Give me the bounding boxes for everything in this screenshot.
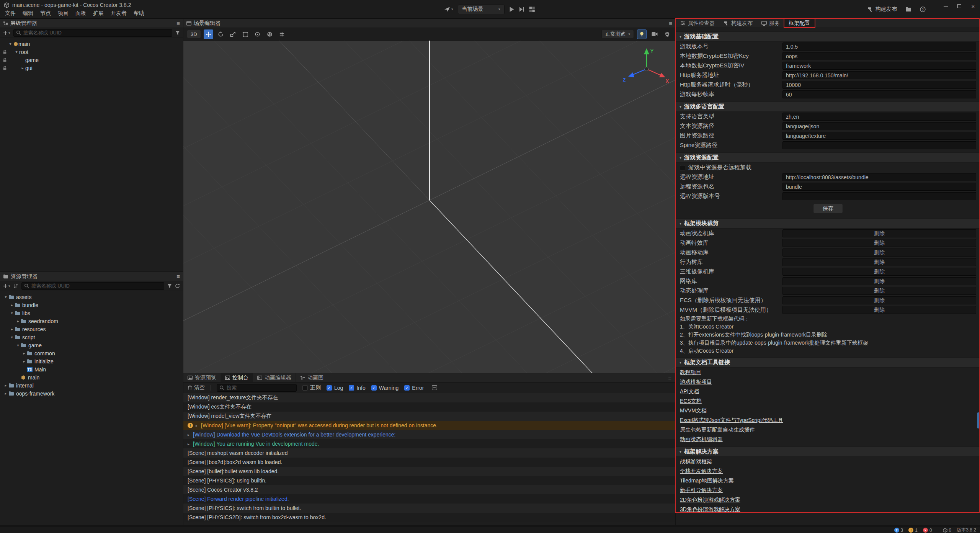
input-spine-path[interactable] [782, 141, 976, 149]
expand-arrow-icon[interactable]: ▸ [9, 327, 15, 331]
filter-log-checkbox[interactable]: ✓Log [327, 385, 343, 391]
delete-button-camera3d[interactable]: 删除 [782, 268, 976, 276]
asset-node-Main[interactable]: TSMain [0, 365, 183, 373]
mode-3d-button[interactable]: 3D [187, 30, 201, 38]
package-count-badge[interactable]: 0 [943, 528, 952, 533]
expand-arrow-icon[interactable]: ▾ [3, 295, 8, 299]
link-api-doc[interactable]: API文档 [680, 388, 699, 395]
tab-preview[interactable]: 资源预览 [183, 373, 221, 382]
move-tool-button[interactable] [204, 29, 213, 39]
console-log-row[interactable]: ▸[Window] Download the Vue Devtools exte… [183, 430, 675, 439]
assets-search-input[interactable] [31, 283, 162, 289]
console-log-row[interactable]: ▸[Window] You are running Vue in develop… [183, 439, 675, 448]
link-hotupdate-plugin[interactable]: 原生包热更新配置自动生成插件 [680, 427, 755, 433]
section-header[interactable]: ▾框架解决方案 [676, 446, 980, 457]
hierarchy-node-game[interactable]: game [0, 56, 183, 64]
input-languages[interactable] [782, 113, 976, 121]
input-http-timeout[interactable] [782, 81, 976, 89]
expand-arrow-icon[interactable]: ▸ [21, 351, 27, 355]
asset-node-seedrandom[interactable]: ▸seedrandom [0, 317, 183, 325]
link-excel-tool[interactable]: Excel格式转Json文件与TypeScript代码工具 [680, 417, 783, 424]
expand-arrow-icon[interactable]: ▾ [9, 335, 15, 339]
inspector-tab-3[interactable]: 框架配置 [784, 19, 815, 28]
error-count-badge[interactable]: × 0 [923, 528, 932, 533]
section-header[interactable]: ▾框架文档工具链接 [676, 357, 980, 368]
menu-item[interactable]: 项目 [54, 10, 72, 17]
assets-menu-button[interactable]: ≡ [176, 273, 180, 280]
save-button[interactable]: 保存 [813, 204, 843, 213]
input-texture-path[interactable] [782, 132, 976, 140]
link-mvvm-doc[interactable]: MVVM文档 [680, 407, 707, 414]
delete-button-mvvm[interactable]: 删除 [782, 306, 976, 314]
delete-button-queue[interactable]: 删除 [782, 287, 976, 295]
input-text-path[interactable] [782, 122, 976, 130]
menu-item[interactable]: 节点 [37, 10, 54, 17]
filter-info-checkbox[interactable]: ✓Info [349, 385, 365, 391]
world-local-button[interactable] [265, 29, 274, 39]
input-http-server[interactable] [782, 71, 976, 79]
link-rpg2d[interactable]: 2D角色扮演游戏解决方案 [680, 497, 740, 504]
maximize-button[interactable] [952, 0, 966, 12]
build-publish-button[interactable]: 构建发布 [867, 6, 897, 13]
input-game-version[interactable] [782, 43, 976, 51]
asset-node-script[interactable]: ▾script [0, 333, 183, 341]
link-ecs-doc[interactable]: ECS文档 [680, 398, 702, 405]
delete-button-behavior-tree[interactable]: 删除 [782, 258, 976, 266]
message-count-badge[interactable]: ? 3 [894, 528, 903, 533]
link-animator-editor[interactable]: 动画状态机编辑器 [680, 436, 723, 443]
section-header[interactable]: ▾游戏多语言配置 [676, 101, 980, 112]
link-template[interactable]: 游戏模板项目 [680, 379, 712, 386]
warning-count-badge[interactable]: ! 1 [908, 528, 918, 533]
preview-device-button[interactable]: ▾ [444, 6, 453, 12]
filter-error-checkbox[interactable]: ✓Error [404, 385, 424, 391]
console-search[interactable] [217, 384, 297, 392]
input-remote-version[interactable] [782, 192, 976, 200]
orientation-gizmo[interactable]: Y X Z [620, 45, 673, 91]
scene-selector-dropdown[interactable]: 当前场景 ▾ [458, 5, 505, 14]
scene-menu-button[interactable]: ≡ [669, 20, 672, 26]
refresh-icon[interactable] [175, 283, 180, 288]
tab-animeditor[interactable]: 动画编辑器 [253, 373, 296, 382]
section-header[interactable]: ▾框架模块裁剪 [676, 218, 980, 229]
link-wargame[interactable]: 战棋游戏框架 [680, 458, 712, 465]
expand-arrow-icon[interactable]: ▸ [15, 319, 21, 323]
asset-node-main[interactable]: main [0, 373, 183, 381]
regex-checkbox[interactable]: 正则 [302, 384, 321, 391]
assets-search[interactable] [21, 282, 164, 290]
scene-settings-button[interactable] [662, 29, 672, 39]
expand-arrow-icon[interactable]: ▸ [3, 391, 8, 396]
collapse-logs-button[interactable] [432, 385, 437, 390]
delete-button-animator[interactable]: 删除 [782, 229, 976, 237]
tab-animgraph[interactable]: 动画图 [296, 373, 328, 382]
help-button[interactable]: ? [920, 7, 926, 12]
menu-item[interactable]: 开发者 [107, 10, 130, 17]
scene-viewport[interactable]: Y X Z [183, 41, 675, 373]
inspector-tab-2[interactable]: 服务 [757, 19, 784, 28]
create-asset-button[interactable]: ▾ [3, 284, 10, 288]
delete-button-move[interactable]: 删除 [782, 249, 976, 257]
console-menu-button[interactable]: ≡ [668, 374, 675, 381]
pivot-tool-button[interactable] [253, 29, 262, 39]
camera-preview-button[interactable] [650, 29, 659, 39]
delete-button-effect[interactable]: 删除 [782, 239, 976, 247]
play-button[interactable] [509, 7, 514, 12]
expand-arrow-icon[interactable]: ▸ [3, 383, 8, 387]
snap-tool-button[interactable] [277, 29, 287, 39]
expand-arrow-icon[interactable]: ▾ [14, 50, 19, 54]
input-crypto-iv[interactable] [782, 62, 976, 70]
menu-item[interactable]: 帮助 [130, 10, 148, 17]
hierarchy-search-input[interactable] [23, 30, 170, 36]
input-crypto-key[interactable] [782, 52, 976, 60]
expand-arrow-icon[interactable]: ▾ [15, 343, 21, 347]
create-node-button[interactable]: ▾ [3, 31, 10, 35]
asset-node-assets[interactable]: ▾assets [0, 293, 183, 301]
menu-item[interactable]: 文件 [2, 10, 19, 17]
scale-tool-button[interactable] [228, 29, 238, 39]
hierarchy-search[interactable] [13, 29, 172, 37]
rect-tool-button[interactable] [240, 29, 250, 39]
section-header[interactable]: ▾游戏基础配置 [676, 31, 980, 42]
input-remote-url[interactable] [782, 173, 976, 181]
hierarchy-node-gui[interactable]: ▸gui [0, 64, 183, 72]
close-button[interactable]: × [966, 0, 980, 12]
scrollbar-thumb[interactable] [977, 412, 979, 428]
